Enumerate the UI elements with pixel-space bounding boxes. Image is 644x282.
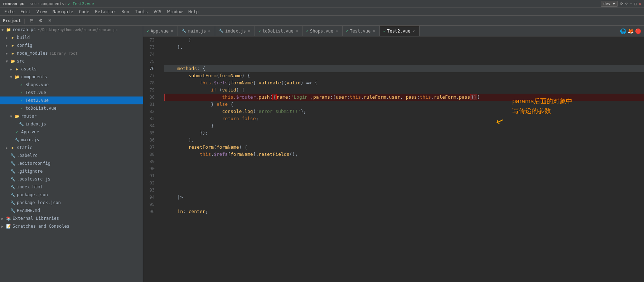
line-gutter-94 [158,194,164,201]
sidebar-item-router[interactable]: ▼ 📂 router [0,112,143,120]
sidebar-item-package-lock-json[interactable]: 🔧 package-lock.json [0,199,143,207]
main-layout: ▼ 📁 renran_pc ~/Desktop/python-web/renra… [0,26,644,282]
sidebar-item-editorconfig[interactable]: 🔧 .editorconfig [0,159,143,167]
code-line-75: 75 [143,58,644,65]
sidebar-item-external-libraries[interactable]: ▶ 📚 External Libraries [0,214,143,222]
sidebar-item-test-vue[interactable]: ▶ ✓ Test.vue [0,89,143,97]
tab-test2-vue[interactable]: ✓ Test2.vue ✕ [380,26,420,36]
sidebar-item-src[interactable]: ▼ 📂 src [0,57,143,65]
titlebar: renran_pc – src › components › ✓ Test2.v… [0,0,644,8]
line-content-86: }, [164,137,644,144]
menu-run[interactable]: Run [118,9,132,15]
folder-icon: ▶ [14,66,20,72]
code-line-95: 95 [143,201,644,208]
sidebar-item-renran_pc[interactable]: ▼ 📁 renran_pc ~/Desktop/python-web/renra… [0,26,143,34]
line-gutter-82 [158,108,164,115]
sidebar-item-scratches[interactable]: ▶ 📝 Scratches and Consoles [0,222,143,230]
menu-window[interactable]: Window [164,9,185,15]
sidebar-label-test-vue: Test.vue [25,90,46,95]
code-line-85: 85 }); [143,129,644,137]
sidebar-item-build[interactable]: ▶ ▶ build [0,34,143,41]
sidebar-item-test2-vue[interactable]: ▶ ✓ Test2.vue [0,97,143,104]
tab-close-index-js[interactable]: ✕ [247,28,251,34]
sidebar-label-main-js: main.js [21,137,39,142]
menu-tools[interactable]: Tools [132,9,151,15]
collapse-all-button[interactable]: ⊟ [28,17,35,24]
line-number-86: 86 [143,137,158,144]
line-number-76: 76 [143,65,158,72]
sidebar-root-path: ~/Desktop/python-web/renran/renran_pc [38,28,118,32]
sidebar-item-postcssrc[interactable]: 🔧 .postcssrc.js [0,175,143,183]
tab-shops-vue[interactable]: ✓ Shops.vue ✕ [302,26,342,36]
tab-index-js[interactable]: 🔧 index.js ✕ [215,26,255,36]
sidebar-item-assets[interactable]: ▶ ▶ assets [0,65,143,73]
edge-icon[interactable]: 🔴 [635,28,641,34]
line-content-73: }, [164,44,644,51]
line-content-74 [164,51,644,58]
tab-vue-icon: ✓ [306,29,309,33]
line-number-89: 89 [143,158,158,165]
settings-button[interactable]: ⚙ [37,17,44,24]
minimize-icon[interactable]: ─ [630,1,632,6]
menu-navigate[interactable]: Navigate [50,9,76,15]
close-icon[interactable]: ✕ [639,1,641,6]
line-content-82: console.log('error submit!!'); [164,108,644,115]
scratch-icon: 📝 [6,223,11,229]
sidebar-item-node_modules[interactable]: ▶ ▶ node_modules library root [0,49,143,57]
line-content-89 [164,158,644,165]
vue-icon: ✓ [14,129,20,135]
sidebar-item-config[interactable]: ▶ ▶ config [0,41,143,49]
tab-test-vue[interactable]: ✓ Test.vue ✕ [343,26,380,36]
tab-label-shops-vue: Shops.vue [310,29,333,34]
settings-icon[interactable]: ⚙ [625,1,628,6]
chrome-icon[interactable]: 🌐 [620,28,626,34]
tab-close-app-vue[interactable]: ✕ [170,28,174,34]
sync-icon[interactable]: ⟳ [620,1,623,6]
sidebar-item-package-json[interactable]: 🔧 package.json [0,191,143,199]
sidebar-item-gitignore[interactable]: 🔧 .gitignore [0,167,143,175]
toolbar: Project | ⊟ ⚙ ✕ [0,16,644,26]
menu-help[interactable]: Help [185,9,202,15]
line-content-76: methods: { [164,65,644,72]
tab-close-main-js[interactable]: ✕ [207,28,211,34]
close-panel-button[interactable]: ✕ [47,17,53,24]
line-number-91: 91 [143,172,158,179]
tab-todolist-vue[interactable]: ✓ toDoList.vue ✕ [255,26,302,36]
menu-view[interactable]: View [34,9,50,15]
sidebar-item-babelrc[interactable]: 🔧 .babelrc [0,152,143,159]
line-gutter-77 [158,72,164,79]
menu-code[interactable]: Code [76,9,92,15]
sidebar-item-index-html[interactable]: 🔧 index.html [0,183,143,191]
tab-close-test-vue[interactable]: ✕ [372,28,376,34]
code-editor[interactable]: 72 } 73 }, 74 75 [143,36,644,282]
line-content-84: } [164,122,644,129]
line-gutter-86 [158,137,164,144]
menu-vcs[interactable]: VCS [151,9,164,15]
tab-main-js[interactable]: 🔧 main.js ✕ [178,26,215,36]
sidebar-item-static[interactable]: ▶ ▶ static [0,144,143,152]
menu-file[interactable]: File [1,9,18,15]
tab-close-shops-vue[interactable]: ✕ [335,28,339,34]
sidebar-item-todolist-vue[interactable]: ▶ ✓ toDoList.vue [0,104,143,112]
sidebar-item-main-js[interactable]: ▶ 🔧 main.js [0,136,143,144]
line-gutter-95 [158,201,164,208]
sidebar-item-shops-vue[interactable]: ▶ ✓ Shops.vue [0,81,143,89]
line-number-90: 90 [143,165,158,172]
dev-badge[interactable]: dev ▼ [601,1,618,7]
menu-refactor[interactable]: Refactor [92,9,118,15]
sidebar: ▼ 📁 renran_pc ~/Desktop/python-web/renra… [0,26,143,282]
line-content-80: this.$router.push({name:'Login',params:{… [164,94,644,101]
tab-close-test2-vue[interactable]: ✕ [412,29,416,34]
line-number-73: 73 [143,44,158,51]
line-content-94: |> [164,194,644,201]
maximize-icon[interactable]: □ [634,1,637,6]
tab-app-vue[interactable]: ✓ App.vue ✕ [143,26,178,36]
code-line-89: 89 [143,158,644,165]
sidebar-item-index-js[interactable]: ▶ 🔧 index.js [0,120,143,128]
sidebar-item-app-vue[interactable]: ▶ ✓ App.vue [0,128,143,136]
firefox-icon[interactable]: 🦊 [628,28,634,34]
tab-close-todolist-vue[interactable]: ✕ [295,28,299,34]
sidebar-item-readme[interactable]: 🔧 README.md [0,207,143,214]
sidebar-item-components[interactable]: ▼ 📂 components [0,73,143,81]
menu-edit[interactable]: Edit [18,9,34,15]
